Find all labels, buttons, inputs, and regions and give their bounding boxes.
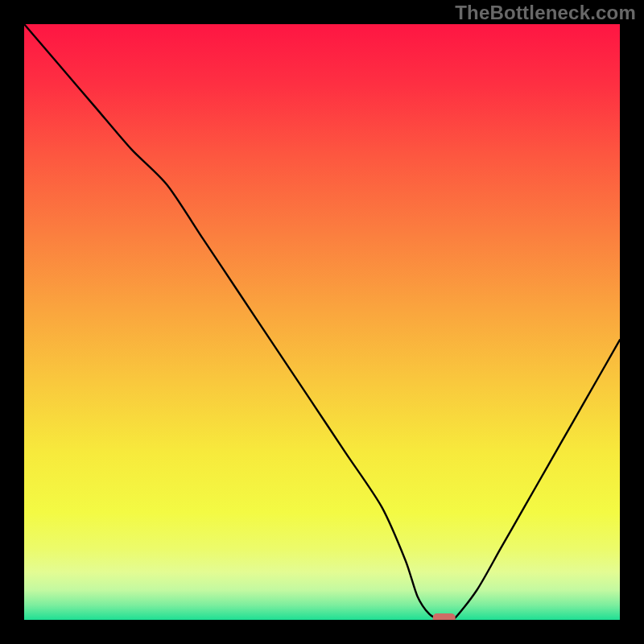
- watermark-label: TheBottleneck.com: [455, 2, 636, 24]
- plot-background: [24, 24, 620, 620]
- optimal-marker: [433, 613, 456, 620]
- bottleneck-chart: [24, 24, 620, 620]
- chart-frame: TheBottleneck.com: [0, 0, 644, 644]
